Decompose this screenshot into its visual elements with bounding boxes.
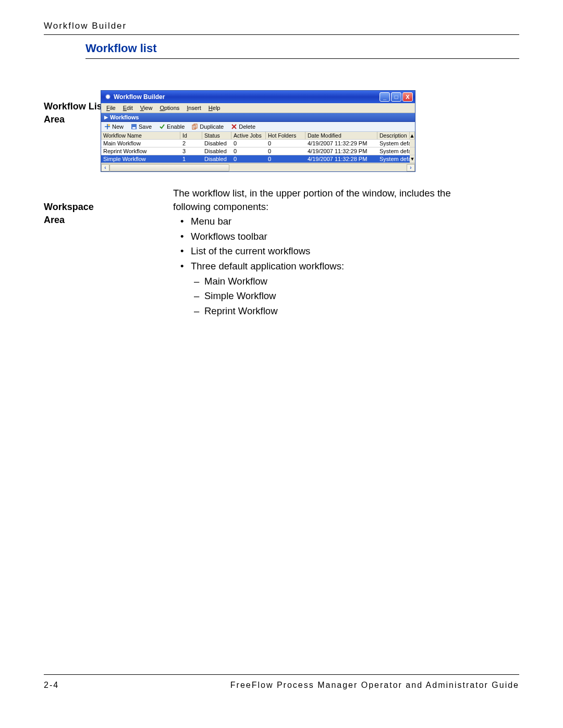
scroll-track[interactable] xyxy=(410,140,415,147)
menu-help[interactable]: Help xyxy=(205,104,224,112)
body-paragraph: The workflow list, in the upper portion … xyxy=(173,187,486,214)
list-item: Main Workflow xyxy=(173,274,344,289)
maximize-button[interactable]: □ xyxy=(391,92,401,102)
grid-header: Workflow Name Id Status Active Jobs Hot … xyxy=(101,132,415,140)
app-icon: ✹ xyxy=(104,93,112,101)
scroll-track-h[interactable] xyxy=(109,164,407,171)
list-item: Menu bar xyxy=(173,214,344,229)
menu-insert[interactable]: Insert xyxy=(183,104,204,112)
col-status[interactable]: Status xyxy=(202,132,231,139)
minimize-button[interactable]: _ xyxy=(380,92,390,102)
col-id[interactable]: Id xyxy=(180,132,202,139)
menu-file[interactable]: File xyxy=(103,104,119,112)
new-icon xyxy=(104,124,111,130)
svg-rect-2 xyxy=(132,127,136,129)
toolbar: New Save Enable Duplicate Delete xyxy=(101,122,415,132)
enable-button[interactable]: Enable xyxy=(159,124,185,130)
margin-label-workspace: WorkspaceArea xyxy=(44,201,138,227)
sub-bullet-list: Main Workflow Simple Workflow Reprint Wo… xyxy=(173,274,344,319)
titlebar[interactable]: ✹ Workflow Builder _ □ X xyxy=(101,91,415,103)
enable-icon xyxy=(159,124,165,130)
save-button[interactable]: Save xyxy=(131,124,152,130)
section-title: Workflow list xyxy=(85,42,519,59)
list-item: Three default application workflows: xyxy=(173,259,344,274)
svg-point-0 xyxy=(108,124,110,126)
delete-button[interactable]: Delete xyxy=(231,124,255,130)
menu-edit[interactable]: Edit xyxy=(120,104,136,112)
duplicate-icon xyxy=(192,124,198,130)
scroll-thumb[interactable] xyxy=(109,164,229,171)
panel-header[interactable]: ▶ Workflows xyxy=(101,113,415,122)
window-title: Workflow Builder xyxy=(114,93,165,101)
footer-rule xyxy=(44,674,519,675)
menu-view[interactable]: View xyxy=(137,104,156,112)
scroll-up[interactable]: ▲ xyxy=(410,132,415,139)
close-button[interactable]: X xyxy=(402,92,413,102)
delete-icon xyxy=(231,124,237,130)
duplicate-button[interactable]: Duplicate xyxy=(192,124,224,130)
scroll-left[interactable]: ‹ xyxy=(101,164,109,171)
workflow-grid: Workflow Name Id Status Active Jobs Hot … xyxy=(101,132,415,171)
list-item: Simple Workflow xyxy=(173,289,344,304)
new-button[interactable]: New xyxy=(104,124,124,130)
list-item: List of the current workflows xyxy=(173,244,344,259)
app-window: ✹ Workflow Builder _ □ X File Edit View … xyxy=(101,90,415,172)
expand-icon: ▶ xyxy=(104,115,108,120)
col-active[interactable]: Active Jobs xyxy=(231,132,266,139)
col-date[interactable]: Date Modified xyxy=(305,132,377,139)
bullet-list: Menu bar Workflows toolbar List of the c… xyxy=(173,214,344,319)
menubar: File Edit View Options Insert Help xyxy=(101,103,415,113)
table-row[interactable]: Main Workflow 2 Disabled 0 0 4/19/2007 1… xyxy=(101,140,415,147)
table-row-selected[interactable]: Simple Workflow 1 Disabled 0 0 4/19/2007… xyxy=(101,155,415,163)
list-item: Workflows toolbar xyxy=(173,229,344,244)
page-header: Workflow Builder xyxy=(44,21,519,35)
col-desc[interactable]: Description▼ xyxy=(377,132,410,139)
menu-options[interactable]: Options xyxy=(156,104,182,112)
footer-title: FreeFlow Process Manager Operator and Ad… xyxy=(230,681,519,690)
table-row[interactable]: Reprint Workflow 3 Disabled 0 0 4/19/200… xyxy=(101,147,415,155)
scroll-right[interactable]: › xyxy=(407,164,415,171)
scroll-down[interactable]: ▼ xyxy=(410,155,415,163)
col-hot[interactable]: Hot Folders xyxy=(266,132,305,139)
panel-title: Workflows xyxy=(110,114,139,120)
page-number: 2-4 xyxy=(44,681,59,690)
col-name[interactable]: Workflow Name xyxy=(101,132,180,139)
scroll-track[interactable] xyxy=(410,147,415,155)
save-icon xyxy=(131,124,137,130)
hscroll[interactable]: ‹ › xyxy=(101,163,415,171)
list-item: Reprint Workflow xyxy=(173,304,344,319)
